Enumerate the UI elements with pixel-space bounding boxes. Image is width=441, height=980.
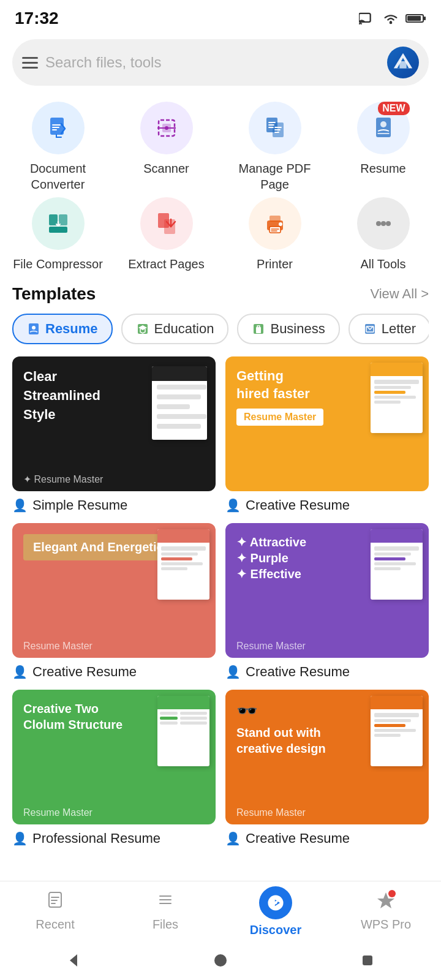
svg-point-40	[214, 954, 227, 967]
svg-point-25	[279, 222, 282, 226]
tool-label-scanner: Scanner	[143, 160, 189, 176]
discover-icon	[259, 886, 292, 919]
back-button[interactable]	[65, 952, 82, 971]
search-placeholder: Search files, tools	[45, 54, 380, 71]
svg-rect-23	[270, 216, 281, 222]
nav-wps-pro-label: WPS Pro	[361, 918, 411, 932]
nav-wps-pro[interactable]: WPS Pro	[349, 890, 423, 937]
tool-label-document-converter: Document Converter	[6, 160, 110, 192]
nav-recent[interactable]: Recent	[18, 890, 92, 937]
hamburger-menu[interactable]	[22, 57, 38, 69]
template-card-creative-resume-3[interactable]: ✦ Attractive✦ Purple✦ Effective Resume M…	[225, 523, 429, 680]
template-icon-6: 👤	[225, 831, 241, 846]
svg-marker-39	[70, 954, 77, 967]
search-bar-container: Search files, tools	[0, 33, 441, 96]
cat-education-label: Education	[154, 321, 214, 337]
svg-rect-4	[424, 17, 426, 20]
tool-file-compressor[interactable]: File Compressor	[6, 197, 110, 272]
template-name-creative-3: Creative Resume	[246, 664, 350, 680]
template-card-creative-resume-2[interactable]: Elegant And Energetic Resume Master	[12, 523, 216, 680]
template-card-professional-resume[interactable]: Creative TwoClolum Structure	[12, 690, 216, 846]
tool-extract-pages[interactable]: Extract Pages	[115, 197, 218, 272]
wps-pro-badge	[376, 890, 396, 914]
tool-document-converter[interactable]: Document Converter	[6, 102, 110, 192]
recents-button[interactable]	[359, 952, 376, 971]
nav-files-label: Files	[153, 918, 178, 932]
svg-rect-21	[164, 219, 175, 234]
template-icon: 👤	[12, 498, 28, 513]
brand-creative-2: Resume Master	[23, 641, 92, 652]
templates-grid: ClearStreamlinedStyle ✦ Resume Master	[12, 356, 429, 859]
battery-icon	[405, 13, 426, 24]
template-name-creative-4: Creative Resume	[246, 831, 350, 846]
template-name-simple-resume: Simple Resume	[32, 497, 127, 513]
cat-resume-label: Resume	[45, 321, 98, 337]
cast-icon	[359, 12, 376, 25]
svg-rect-33	[256, 327, 261, 333]
bottom-nav: Recent Files Discover W	[0, 881, 441, 943]
home-button[interactable]	[212, 952, 229, 971]
svg-point-1	[390, 21, 393, 24]
tool-label-resume: Resume	[360, 160, 405, 176]
template-card-creative-resume-1[interactable]: Gettinghired faster Resume Master	[225, 356, 429, 513]
svg-point-30	[32, 326, 36, 330]
status-time: 17:32	[15, 9, 59, 28]
files-icon	[156, 890, 175, 914]
status-icons	[359, 12, 426, 25]
svg-rect-36	[49, 892, 61, 907]
tool-label-all-tools: All Tools	[360, 256, 405, 272]
cat-education[interactable]: Education	[121, 314, 229, 344]
template-icon-4: 👤	[225, 665, 241, 679]
nav-recent-label: Recent	[36, 918, 74, 932]
brand-simple-resume: ✦ Resume Master	[23, 473, 103, 485]
templates-section: Templates View All > Resume Education Bu…	[0, 284, 441, 859]
nav-discover[interactable]: Discover	[239, 890, 312, 937]
new-badge: NEW	[378, 102, 409, 115]
app-logo[interactable]	[387, 47, 419, 78]
tool-label-extract-pages: Extract Pages	[128, 256, 205, 272]
tool-label-printer: Printer	[257, 256, 293, 272]
svg-rect-7	[399, 61, 406, 68]
nav-discover-label: Discover	[250, 923, 302, 937]
tool-label-manage-pdf: Manage PDF Page	[223, 160, 326, 192]
tool-printer[interactable]: Printer	[223, 197, 326, 272]
template-categories: Resume Education Business Letter	[12, 314, 429, 344]
tool-all-tools[interactable]: All Tools	[331, 197, 435, 272]
tool-manage-pdf[interactable]: Manage PDF Page	[223, 102, 326, 192]
svg-point-28	[386, 221, 391, 226]
svg-point-27	[381, 221, 386, 226]
template-icon-5: 👤	[12, 831, 28, 846]
template-name-creative-2: Creative Resume	[32, 664, 137, 680]
search-bar[interactable]: Search files, tools	[12, 39, 429, 86]
wifi-icon	[382, 12, 399, 25]
nav-files[interactable]: Files	[129, 890, 202, 937]
cat-business[interactable]: Business	[237, 314, 339, 344]
svg-point-26	[376, 221, 381, 226]
templates-header: Templates View All >	[12, 284, 429, 304]
template-card-creative-resume-4[interactable]: 🕶️ Stand out withcreative design Resume …	[225, 690, 429, 846]
tool-scanner[interactable]: Scanner	[115, 102, 218, 192]
cat-business-label: Business	[270, 321, 325, 337]
android-nav	[0, 943, 441, 980]
svg-rect-41	[363, 956, 372, 965]
cat-letter-label: Letter	[382, 321, 416, 337]
template-name-creative-1: Creative Resume	[246, 497, 350, 513]
svg-rect-3	[407, 16, 421, 21]
svg-rect-24	[270, 227, 281, 233]
svg-rect-19	[49, 227, 67, 233]
recent-icon	[45, 890, 65, 914]
tools-grid: Document Converter Scanner	[0, 96, 441, 284]
cat-resume[interactable]: Resume	[12, 314, 113, 344]
cat-letter[interactable]: Letter	[349, 314, 429, 344]
view-all-button[interactable]: View All >	[370, 286, 429, 302]
tool-resume[interactable]: NEW Resume	[331, 102, 435, 192]
tool-label-file-compressor: File Compressor	[13, 256, 103, 272]
template-icon-3: 👤	[12, 665, 28, 679]
template-card-simple-resume[interactable]: ClearStreamlinedStyle ✦ Resume Master	[12, 356, 216, 513]
svg-point-12	[165, 126, 168, 130]
status-bar: 17:32	[0, 0, 441, 33]
template-icon-2: 👤	[225, 498, 241, 513]
templates-title: Templates	[12, 284, 96, 304]
template-name-professional: Professional Resume	[32, 831, 160, 846]
svg-point-16	[380, 121, 386, 127]
